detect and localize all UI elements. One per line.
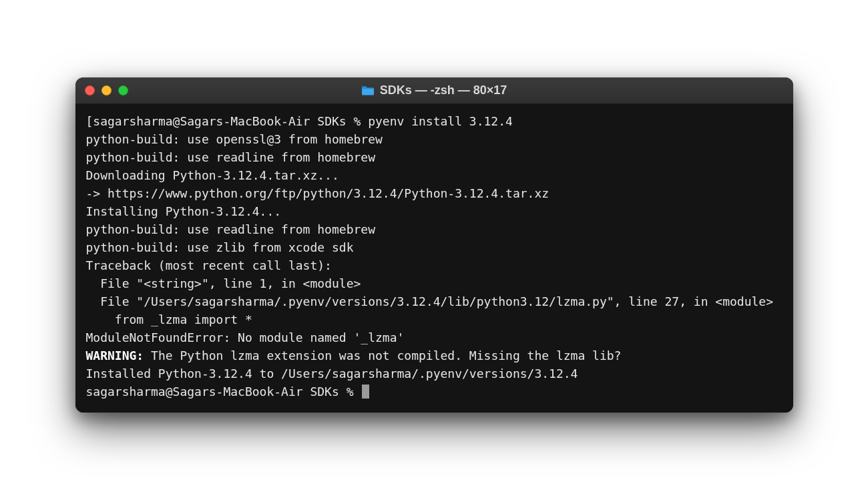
terminal-line: -> https://www.python.org/ftp/python/3.1… bbox=[86, 184, 783, 202]
terminal-line: sagarsharma@Sagars-MacBook-Air SDKs % bbox=[86, 383, 783, 401]
terminal-text: Downloading Python-3.12.4.tar.xz... bbox=[86, 168, 339, 182]
terminal-line: WARNING: The Python lzma extension was n… bbox=[86, 346, 783, 364]
traffic-lights bbox=[85, 85, 128, 95]
terminal-line: Installed Python-3.12.4 to /Users/sagars… bbox=[86, 364, 783, 383]
terminal-text: File "<string>", line 1, in <module> bbox=[86, 276, 361, 290]
terminal-text: python-build: use readline from homebrew bbox=[86, 150, 375, 164]
terminal-line: python-build: use readline from homebrew bbox=[86, 220, 783, 238]
warning-label: WARNING: bbox=[86, 348, 144, 362]
terminal-text: The Python lzma extension was not compil… bbox=[144, 348, 621, 362]
terminal-line: Downloading Python-3.12.4.tar.xz... bbox=[86, 166, 783, 184]
terminal-line: python-build: use openssl@3 from homebre… bbox=[86, 130, 783, 148]
terminal-text: -> https://www.python.org/ftp/python/3.1… bbox=[86, 186, 550, 200]
minimize-icon[interactable] bbox=[101, 85, 112, 95]
folder-icon bbox=[361, 85, 375, 96]
maximize-icon[interactable] bbox=[118, 85, 128, 95]
terminal-text: sagarsharma@Sagars-MacBook-Air SDKs % py… bbox=[93, 114, 513, 128]
terminal-text: ModuleNotFoundError: No module named '_l… bbox=[86, 330, 405, 344]
window-title: SDKs — -zsh — 80×17 bbox=[75, 83, 793, 97]
bracket: [ bbox=[86, 114, 93, 128]
terminal-line: python-build: use readline from homebrew bbox=[86, 148, 783, 166]
terminal-text: Installed Python-3.12.4 to /Users/sagars… bbox=[86, 366, 578, 381]
terminal-text: python-build: use zlib from xcode sdk bbox=[86, 240, 354, 254]
terminal-line: [sagarsharma@Sagars-MacBook-Air SDKs % p… bbox=[86, 112, 783, 130]
terminal-text: python-build: use readline from homebrew bbox=[86, 222, 375, 236]
terminal-line: ModuleNotFoundError: No module named '_l… bbox=[86, 328, 783, 346]
terminal-line: File "/Users/sagarsharma/.pyenv/versions… bbox=[86, 292, 783, 310]
terminal-text: File "/Users/sagarsharma/.pyenv/versions… bbox=[86, 294, 774, 308]
terminal-line: Traceback (most recent call last): bbox=[86, 256, 783, 274]
terminal-line: File "<string>", line 1, in <module> bbox=[86, 274, 783, 292]
terminal-text: sagarsharma@Sagars-MacBook-Air SDKs % bbox=[86, 385, 361, 399]
terminal-text: Installing Python-3.12.4... bbox=[86, 204, 282, 218]
terminal-output[interactable]: [sagarsharma@Sagars-MacBook-Air SDKs % p… bbox=[75, 104, 793, 413]
terminal-text: from _lzma import * bbox=[86, 312, 252, 326]
terminal-line: python-build: use zlib from xcode sdk bbox=[86, 238, 783, 256]
terminal-text: Traceback (most recent call last): bbox=[86, 258, 332, 272]
window-title-text: SDKs — -zsh — 80×17 bbox=[380, 83, 507, 97]
terminal-text: python-build: use openssl@3 from homebre… bbox=[86, 132, 383, 146]
close-icon[interactable] bbox=[85, 85, 95, 95]
cursor bbox=[362, 385, 369, 399]
titlebar[interactable]: SDKs — -zsh — 80×17 bbox=[75, 77, 793, 104]
terminal-line: from _lzma import * bbox=[86, 310, 783, 328]
terminal-line: Installing Python-3.12.4... bbox=[86, 202, 783, 220]
terminal-window: SDKs — -zsh — 80×17 [sagarsharma@Sagars-… bbox=[75, 77, 793, 413]
